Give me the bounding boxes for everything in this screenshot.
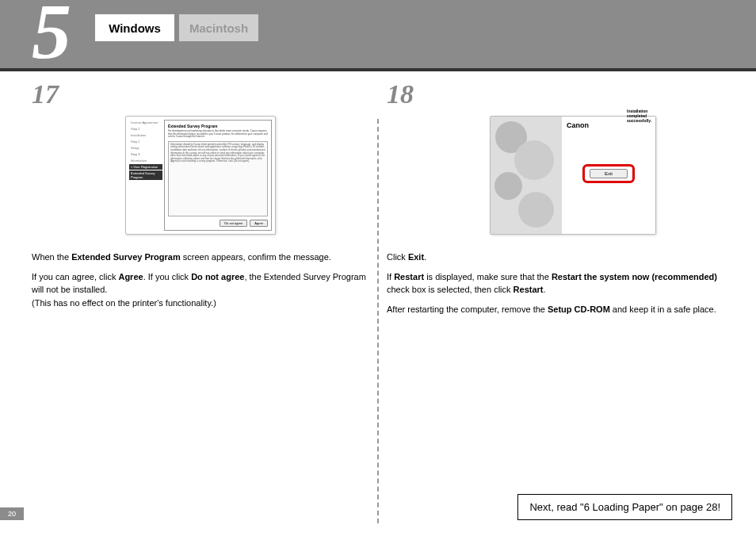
text-bold: Agree xyxy=(118,272,143,281)
exit-highlight: Exit xyxy=(582,164,635,183)
text: If you can agree, click xyxy=(32,272,118,281)
text-bold: Do not agree xyxy=(191,272,244,281)
os-tabs: Windows Macintosh xyxy=(95,14,258,41)
step-number-18: 18 xyxy=(387,79,724,109)
step-17-text: When the Extended Survey Program screen … xyxy=(32,251,369,309)
text-bold: Restart xyxy=(394,272,424,281)
text: After restarting the computer, remove th… xyxy=(387,304,548,314)
success-message: Installation completed successfully. xyxy=(627,109,655,123)
text: . If you click xyxy=(143,272,192,281)
text: is displayed, make sure that the xyxy=(424,272,552,281)
text: . xyxy=(424,252,426,262)
step-18-column: 18 Canon Installation completed successf… xyxy=(379,79,732,500)
do-not-agree-button[interactable]: Do not agree xyxy=(220,220,247,227)
dialog-scrollbox: Information related to Canon inkjet prin… xyxy=(168,141,268,216)
installer-sidebar: License Agreement Step 1 Installation St… xyxy=(129,120,162,231)
text-bold: Extended Survey Program xyxy=(71,252,181,262)
step-17-column: 17 License Agreement Step 1 Installation… xyxy=(24,79,377,500)
content-area: 17 License Agreement Step 1 Installation… xyxy=(0,71,756,500)
sidebar-item-active: Extended Survey Program xyxy=(129,170,162,180)
installer-image-pane xyxy=(491,117,562,234)
sidebar-item: Installation xyxy=(129,132,162,138)
header-bar: 5 Windows Macintosh xyxy=(0,0,756,71)
tab-macintosh: Macintosh xyxy=(179,14,258,41)
sidebar-item-active: > User Registration xyxy=(129,164,162,170)
sidebar-item: Setup xyxy=(129,145,162,151)
text: If xyxy=(387,272,394,281)
dialog-buttons: Do not agree Agree xyxy=(168,220,268,227)
sidebar-item: License Agreement xyxy=(129,120,162,125)
section-number: 5 xyxy=(32,0,71,77)
sidebar-item: Step 1 xyxy=(129,126,162,132)
dialog-description: For development and marketing of product… xyxy=(168,130,268,139)
text-bold: Restart xyxy=(514,285,544,294)
sidebar-item: Step 3 xyxy=(129,151,162,157)
next-step-callout: Next, read "6 Loading Paper" on page 28! xyxy=(517,494,732,520)
text: Click xyxy=(387,252,408,262)
exit-button[interactable]: Exit xyxy=(590,169,628,178)
screenshot-installation-complete: Canon Installation completed successfull… xyxy=(490,116,656,235)
text: . xyxy=(543,285,545,294)
agree-button[interactable]: Agree xyxy=(250,220,268,227)
dialog-title: Extended Survey Program xyxy=(168,124,268,128)
installer-main-panel: Extended Survey Program For development … xyxy=(164,120,272,231)
sidebar-item: Information xyxy=(129,158,162,163)
page-number: 20 xyxy=(0,507,24,520)
screenshot-extended-survey: License Agreement Step 1 Installation St… xyxy=(125,116,276,235)
text: (This has no effect on the printer's fun… xyxy=(32,298,216,308)
text-bold: Restart the system now (recommended) xyxy=(552,272,717,281)
step-18-text: Click Exit. If Restart is displayed, mak… xyxy=(387,251,724,316)
text: When the xyxy=(32,252,71,262)
text: screen appears, confirm the message. xyxy=(181,252,331,262)
text-bold: Exit xyxy=(408,252,424,262)
canon-logo: Canon xyxy=(567,121,589,129)
step-number-17: 17 xyxy=(32,79,369,109)
text-bold: Setup CD-ROM xyxy=(548,304,610,314)
text: check box is selected, then click xyxy=(387,285,514,294)
text: and keep it in a safe place. xyxy=(610,304,716,314)
tab-windows: Windows xyxy=(95,14,174,41)
sidebar-item: Step 2 xyxy=(129,139,162,144)
installer-right-pane: Canon Installation completed successfull… xyxy=(562,117,655,234)
